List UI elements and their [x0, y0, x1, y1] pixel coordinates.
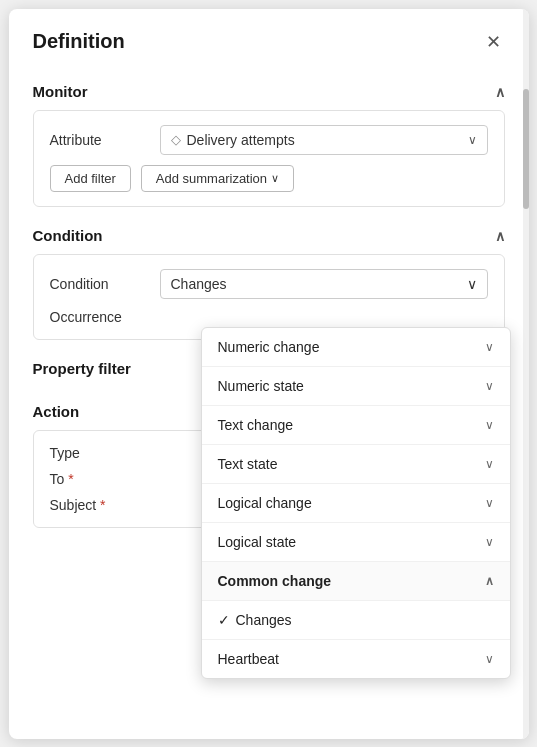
menu-item-chevron-icon: ∨ [485, 457, 494, 471]
close-button[interactable]: ✕ [482, 29, 505, 55]
menu-item-text-state[interactable]: Text state ∨ [202, 445, 510, 484]
attribute-value-wrapper: ◇ Delivery attempts [171, 132, 295, 148]
monitor-section-header[interactable]: Monitor [33, 71, 505, 110]
menu-item-heartbeat[interactable]: Heartbeat ∨ [202, 640, 510, 678]
menu-item-chevron-up-icon: ∧ [485, 574, 494, 588]
add-summarization-button[interactable]: Add summarization ∨ [141, 165, 294, 192]
menu-item-chevron-icon: ∨ [485, 379, 494, 393]
menu-item-label: Changes [236, 612, 494, 628]
menu-item-logical-change[interactable]: Logical change ∨ [202, 484, 510, 523]
menu-item-common-change-group[interactable]: Common change ∧ [202, 562, 510, 601]
summarization-chevron-icon: ∨ [271, 172, 279, 185]
add-summarization-label: Add summarization [156, 171, 267, 186]
type-label: Type [50, 445, 160, 461]
occurrence-label: Occurrence [50, 309, 160, 325]
menu-item-numeric-change[interactable]: Numeric change ∨ [202, 328, 510, 367]
condition-row: Condition Changes ∨ [50, 269, 488, 299]
menu-item-chevron-icon: ∨ [485, 418, 494, 432]
menu-item-changes[interactable]: ✓ Changes [202, 601, 510, 640]
condition-section-header[interactable]: Condition [33, 215, 505, 254]
menu-item-label: Text change [218, 417, 485, 433]
menu-item-label: Logical change [218, 495, 485, 511]
attribute-value: Delivery attempts [187, 132, 295, 148]
checkmark-icon: ✓ [218, 612, 230, 628]
filter-row: Add filter Add summarization ∨ [50, 165, 488, 192]
definition-panel: Definition ✕ Monitor Attribute ◇ Deliver… [9, 9, 529, 739]
panel-title: Definition [33, 30, 125, 53]
panel-header: Definition ✕ [9, 9, 529, 71]
monitor-chevron-icon [495, 83, 505, 100]
menu-item-chevron-icon: ∨ [485, 496, 494, 510]
condition-value: Changes [171, 276, 227, 292]
menu-item-chevron-icon: ∨ [485, 340, 494, 354]
attribute-row: Attribute ◇ Delivery attempts ∨ [50, 125, 488, 155]
monitor-label: Monitor [33, 83, 88, 100]
menu-item-numeric-state[interactable]: Numeric state ∨ [202, 367, 510, 406]
add-filter-button[interactable]: Add filter [50, 165, 131, 192]
menu-item-text-change[interactable]: Text change ∨ [202, 406, 510, 445]
subject-label: Subject [50, 497, 160, 513]
monitor-section: Monitor Attribute ◇ Delivery attempts ∨ [9, 71, 529, 207]
scrollbar-track [523, 9, 529, 739]
condition-dropdown-menu: Numeric change ∨ Numeric state ∨ Text ch… [201, 327, 511, 679]
condition-section: Condition Condition Changes ∨ Occurrence [9, 215, 529, 340]
attribute-label: Attribute [50, 132, 160, 148]
menu-item-label: Numeric state [218, 378, 485, 394]
condition-field-label: Condition [50, 276, 160, 292]
to-label: To [50, 471, 160, 487]
monitor-box: Attribute ◇ Delivery attempts ∨ Add filt… [33, 110, 505, 207]
attribute-dropdown[interactable]: ◇ Delivery attempts ∨ [160, 125, 488, 155]
condition-chevron-icon [495, 227, 505, 244]
menu-item-label: Numeric change [218, 339, 485, 355]
scrollbar-thumb[interactable] [523, 89, 529, 209]
menu-item-logical-state[interactable]: Logical state ∨ [202, 523, 510, 562]
menu-item-label: Text state [218, 456, 485, 472]
attribute-chevron-icon: ∨ [468, 133, 477, 147]
add-filter-label: Add filter [65, 171, 116, 186]
occurrence-row: Occurrence [50, 309, 488, 325]
condition-dropdown[interactable]: Changes ∨ [160, 269, 488, 299]
attribute-icon: ◇ [171, 132, 181, 147]
menu-item-chevron-icon: ∨ [485, 652, 494, 666]
menu-item-label: Common change [218, 573, 485, 589]
menu-item-label: Heartbeat [218, 651, 485, 667]
menu-item-chevron-icon: ∨ [485, 535, 494, 549]
condition-label: Condition [33, 227, 103, 244]
condition-chevron-dd-icon: ∨ [467, 276, 477, 292]
menu-item-label: Logical state [218, 534, 485, 550]
